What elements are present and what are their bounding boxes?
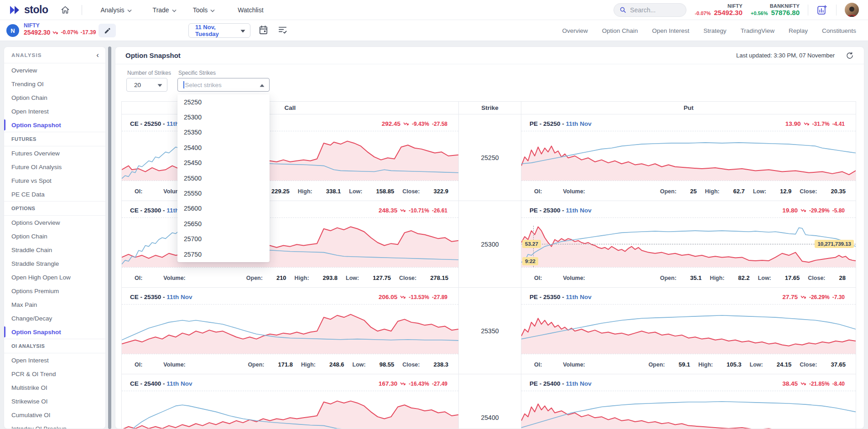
chart-add-button[interactable] [816, 4, 828, 16]
sidebar-item-options-premium[interactable]: Options Premium [4, 284, 105, 298]
sidebar-item-option-chain[interactable]: Option Chain [4, 91, 105, 104]
close-value: 20.35 [831, 188, 846, 195]
sidebar-item-futures-overview[interactable]: Futures Overview [4, 146, 105, 160]
tab-strategy[interactable]: Strategy [703, 27, 726, 34]
nav-index-banknifty[interactable]: BANKNIFTY +0.56% 57876.80 [751, 3, 800, 16]
specific-strikes-label: Specific Strikes [178, 70, 216, 76]
tab-tradingview[interactable]: TradingView [741, 27, 774, 34]
put-option-chart[interactable] [521, 304, 856, 354]
menu-tools[interactable]: Tools [187, 0, 222, 20]
high-label: High: [705, 188, 720, 195]
call-option-chart[interactable] [122, 217, 458, 268]
list-check-button[interactable] [277, 25, 288, 35]
call-option-chart[interactable] [122, 391, 458, 429]
instrument-symbol: NIFTY [24, 22, 96, 29]
sidebar-item-pcr-oi-trend[interactable]: PCR & OI Trend [4, 367, 105, 381]
option-pct-change: -9.43% [412, 121, 429, 127]
sidebar-item-straddle-strangle[interactable]: Straddle Strangle [4, 257, 105, 270]
search-icon [619, 6, 626, 13]
sidebar-scrollbar[interactable] [108, 47, 111, 429]
sidebar-item-intraday-oi-breakup[interactable]: Intraday OI Breakup [4, 422, 105, 429]
put-option-chart[interactable] [521, 391, 856, 429]
oi-label: OI: [534, 188, 542, 195]
sidebar-section-futures: FUTURES [4, 132, 105, 146]
option-expiry: 11th Nov [566, 120, 592, 127]
sidebar-item-overview[interactable]: Overview [4, 63, 105, 77]
number-of-strikes-select[interactable]: 20 [126, 78, 167, 92]
sidebar-item-future-vs-spot[interactable]: Future vs Spot [4, 174, 105, 187]
home-icon [61, 5, 70, 15]
strike-option-25600[interactable]: 25600 [177, 201, 270, 216]
option-price-block: 13.90-31.7%-4.41 [785, 120, 845, 127]
sidebar-item-option-chain[interactable]: Option Chain [4, 229, 105, 243]
sidebar-item-option-snapshot[interactable]: Option Snapshot [4, 325, 105, 339]
sidebar-item-open-interest[interactable]: Open Interest [4, 353, 105, 367]
strike-option-25750[interactable]: 25750 [177, 247, 270, 262]
date-selector[interactable]: 11 Nov, Tuesday [188, 23, 250, 38]
collapse-chevron-icon[interactable]: ‹ [96, 51, 99, 59]
home-button[interactable] [61, 5, 70, 15]
tab-open-interest[interactable]: Open Interest [652, 27, 690, 34]
call-option-chart[interactable] [122, 131, 458, 181]
option-footer: OI:Volume:Open:35.1High:82.2Low:17.65Clo… [534, 274, 846, 281]
strike-option-25300[interactable]: 25300 [177, 109, 270, 124]
option-ltp: 206.05 [379, 294, 397, 300]
sidebar-item-multistrike-oi[interactable]: Multistrike OI [4, 381, 105, 394]
sidebar-item-trending-oi[interactable]: Trending OI [4, 77, 105, 91]
sidebar-item-options-overview[interactable]: Options Overview [4, 216, 105, 229]
strike-option-25550[interactable]: 25550 [177, 186, 270, 201]
search-input[interactable] [630, 6, 676, 14]
tab-option-chain[interactable]: Option Chain [602, 27, 638, 34]
call-cell-ce-25350: CE - 25350 - 11th Nov206.05-13.53%-27.89… [122, 288, 459, 374]
open-label: Open: [660, 275, 676, 281]
menu-watchlist[interactable]: Watchlist [231, 0, 270, 20]
search-box[interactable] [613, 3, 686, 17]
strike-option-25700[interactable]: 25700 [177, 232, 270, 247]
sidebar-item-option-snapshot[interactable]: Option Snapshot [4, 118, 105, 132]
sidebar-item-open-high-open-low[interactable]: Open High Open Low [4, 270, 105, 284]
put-option-chart[interactable] [521, 131, 856, 181]
sidebar-item-max-pain[interactable]: Max Pain [4, 298, 105, 311]
user-avatar[interactable] [845, 3, 859, 17]
strike-option-25500[interactable]: 25500 [177, 171, 270, 186]
sidebar-item-open-interest[interactable]: Open Interest [4, 104, 105, 118]
option-ltp: 292.45 [382, 120, 400, 127]
menu-analysis[interactable]: Analysis [94, 0, 138, 20]
sidebar-item-straddle-chain[interactable]: Straddle Chain [4, 243, 105, 257]
calendar-button[interactable] [258, 25, 269, 35]
edit-pencil-icon [104, 27, 111, 34]
sidebar-item-strikewise-oi[interactable]: Strikewise OI [4, 394, 105, 408]
edit-instrument-button[interactable] [99, 24, 116, 37]
strike-option-25400[interactable]: 25400 [177, 140, 270, 155]
option-pct-change: -31.7% [812, 121, 830, 127]
option-pct-change: -16.43% [409, 381, 429, 387]
nav-index-nifty[interactable]: NIFTY -0.07% 25492.30 [695, 3, 742, 16]
put-cell-pe-25250: PE - 25250 - 11th Nov13.90-31.7%-4.41OI:… [521, 114, 856, 201]
stolo-logo[interactable]: stolo [9, 4, 48, 16]
option-title: PE - 25400 - 11th Nov [530, 380, 592, 387]
caret-down-icon [157, 81, 162, 89]
trend-down-icon [800, 382, 806, 386]
sidebar-item-pe-ce-data[interactable]: PE CE Data [4, 187, 105, 201]
tab-constituents[interactable]: Constituents [822, 27, 856, 34]
sidebar-item-change-decay[interactable]: Change/Decay [4, 311, 105, 325]
strike-option-25250[interactable]: 25250 [177, 94, 270, 109]
sidebar-item-cumulative-oi[interactable]: Cumulative OI [4, 408, 105, 422]
tab-replay[interactable]: Replay [789, 27, 808, 34]
tab-overview[interactable]: Overview [562, 27, 587, 34]
strike-option-25450[interactable]: 25450 [177, 155, 270, 171]
specific-strikes-input[interactable]: Select strikes [177, 78, 270, 92]
banknifty-value: 57876.80 [771, 9, 800, 16]
low-label: Low: [753, 188, 766, 195]
option-name: CE - 25250 [130, 120, 161, 127]
menu-trade[interactable]: Trade [146, 0, 183, 20]
option-price-block: 248.35-10.71%-26.61 [379, 207, 447, 214]
strike-option-25650[interactable]: 25650 [177, 216, 270, 231]
refresh-icon[interactable] [846, 52, 854, 60]
strike-option-25350[interactable]: 25350 [177, 125, 270, 140]
trend-down-icon [52, 31, 58, 35]
put-option-chart[interactable]: 53.2710,271,739.139:22 [521, 217, 856, 268]
list-check-icon [277, 25, 288, 35]
call-option-chart[interactable] [122, 304, 458, 354]
sidebar-item-future-oi-analysis[interactable]: Future OI Analysis [4, 160, 105, 174]
